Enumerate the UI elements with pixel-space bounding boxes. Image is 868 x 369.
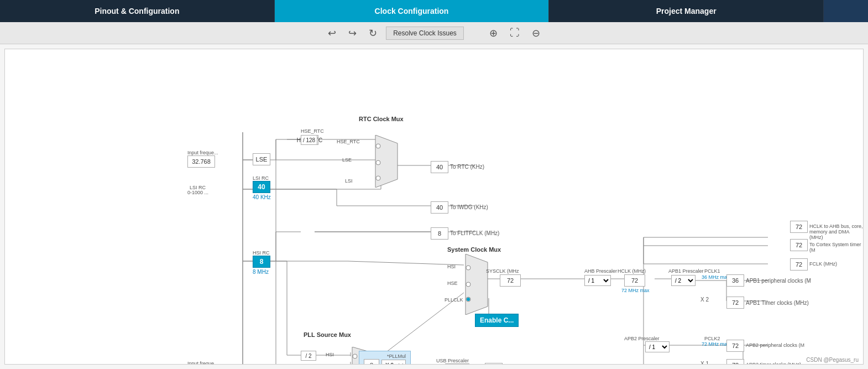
pll-mul-select[interactable]: X 9X 8X 7 [381,360,406,365]
x1-label: X 1 [700,361,709,365]
usb-prescaler-select[interactable]: / 1/ 1.5 [445,363,469,365]
iwdg-out-block[interactable]: 40 [431,201,448,214]
apb1-prescaler-select[interactable]: / 2/ 1/ 4 [671,275,696,286]
flitfclk-out-block[interactable]: 8 [431,227,448,240]
pll-container: *PLLMul 8 X 9X 8X 7 PLL [359,351,411,365]
fclk-block[interactable]: 72 [790,258,808,271]
ahb-prescaler-block[interactable]: / 1/ 2/ 4 [584,275,611,286]
fit-button[interactable]: ⛶ [506,26,523,40]
svg-point-73 [376,176,380,180]
footer: CSDN @Pegasus_ru [806,357,859,363]
hclk-label: HCLK (MHz) [618,268,646,274]
rtc-mux-shape[interactable] [373,135,400,188]
svg-point-72 [376,160,380,165]
hclk-block[interactable]: 72 [624,274,645,287]
x2-label: X 2 [700,297,709,303]
apb1-periph-label: APB1 peripheral clocks (M [746,278,811,284]
rtc-out-block[interactable]: 40 [431,161,448,173]
system-clock-mux-label: System Clock Mux [447,246,501,253]
pclk1-max-label: 36 MHz max [702,274,730,280]
svg-point-76 [466,282,470,287]
lsi-rc-block[interactable]: 40 [253,181,270,193]
ahb-out-block[interactable]: 72 [790,221,808,233]
pclk2-max-label: 72 MHz max [702,341,730,347]
usb-out-block[interactable]: 72 [485,363,503,365]
to-flitfclk-label: To FLITFCLK (MHz) [450,230,499,236]
apb2-timer-block[interactable]: 72 [726,359,744,365]
svg-point-78 [467,298,470,301]
sysclk-block[interactable]: 72 [500,274,521,287]
redo-button[interactable]: ↪ [345,26,360,40]
sysclk-label: SYSCLK (MHz [486,268,519,274]
usb-prescaler-block[interactable]: / 1/ 1.5 [445,363,469,365]
hsi-rc-block[interactable]: 8 [253,256,270,268]
resolve-clock-issues-button[interactable]: Resolve Clock Issues [386,27,464,40]
rtc-clock-mux-label: RTC Clock Mux [359,116,404,122]
hsi-rc-freq: 8 MHz [253,269,269,275]
tab-tools[interactable] [824,0,868,22]
apb2-pclk2-block[interactable]: 72 [726,340,744,352]
hse-rtc-label: HSE_RTC [301,128,324,134]
apb1-prescaler-block[interactable]: / 2/ 1/ 4 [671,275,696,286]
svg-point-75 [466,266,470,270]
pll-source-mux-label: PLL Source Mux [304,331,351,338]
apb2-timer-label: APB2 timer clocks (MHz) [746,362,801,365]
lse-input-label: Input freque... 32.768 [187,150,218,168]
hse-input-label: Input freque... 8 [187,361,218,365]
hclk-max-label: 72 MHz max [621,288,650,293]
zoom-in-button[interactable]: ⊕ [486,26,501,40]
lsi-rc-freq: 40 KHz [253,194,271,200]
pll-value-block[interactable]: 8 [364,359,379,365]
apb2-prescaler-block[interactable]: / 1/ 2 [645,341,670,352]
apb1-timer-block[interactable]: 72 [726,297,744,309]
enable-css-button[interactable]: Enable C... [475,314,519,327]
system-mux-shape[interactable] [463,254,490,315]
lse-block[interactable]: LSE [253,153,270,165]
apb1-pclk1-block[interactable]: 36 [726,274,744,287]
refresh-button[interactable]: ↻ [365,26,380,40]
ahb-out-label: HCLK to AHB bus, core, memory and DMA (M… [809,224,863,240]
tab-pinout[interactable]: Pinout & Configuration [0,0,275,22]
canvas-area[interactable]: Input freque... 32.768 LSI RC 0-1000 ...… [4,49,864,365]
apb1-timer-label: APB1 Timer clocks (MHz) [746,300,809,306]
apb2-prescaler-label: APB2 Prescaler [624,336,660,341]
svg-line-20 [348,261,464,265]
pclk2-label: PCLK2 [704,336,720,341]
fclk-label: FCLK (MHz) [809,261,837,267]
apb2-periph-label: APB2 peripheral clocks (M [746,342,804,348]
lsi-range-value: 0-1000 ... [187,190,208,195]
tab-project[interactable]: Project Manager [549,0,824,22]
tab-clock[interactable]: Clock Configuration [275,0,550,22]
hsi-rc-label: HSI RC [253,250,270,256]
to-rtc-label: To RTC (KHz) [450,164,484,170]
apb1-prescaler-label: APB1 Prescaler [668,268,704,274]
pclk1-label: PCLK1 [704,268,720,274]
top-nav: Pinout & Configuration Clock Configurati… [0,0,868,22]
apb2-prescaler-select[interactable]: / 1/ 2 [645,341,670,352]
to-iwdg-label: To IWDG (KHz) [450,204,488,210]
pll-div2-block[interactable]: / 2 [301,351,316,361]
zoom-out-button[interactable]: ⊖ [529,26,543,40]
main-content: Input freque... 32.768 LSI RC 0-1000 ...… [0,44,868,369]
div128-block[interactable]: / 128 [301,135,317,145]
ahb-prescaler-label: AHB Prescaler [584,268,617,274]
undo-button[interactable]: ↩ [325,26,339,40]
toolbar: ↩ ↪ ↻ Resolve Clock Issues ⊕ ⛶ ⊖ [0,22,868,44]
usb-prescaler-label: USB Prescaler [436,358,469,363]
cortex-timer-block[interactable]: 72 [790,239,808,251]
cortex-timer-label: To Cortex System timer (M [809,242,863,253]
svg-point-71 [376,144,380,148]
lsi-rc-label: LSI RC [253,175,269,181]
ahb-prescaler-select[interactable]: / 1/ 2/ 4 [584,275,611,286]
svg-point-80 [353,354,357,358]
